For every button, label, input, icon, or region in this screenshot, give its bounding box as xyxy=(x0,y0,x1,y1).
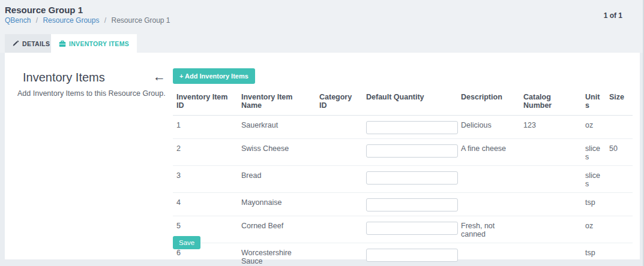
cell-default-quantity xyxy=(366,197,461,211)
cell-description xyxy=(461,170,523,171)
cell-category-id xyxy=(319,220,366,222)
cell-size xyxy=(609,197,628,198)
cell-default-quantity xyxy=(366,143,461,158)
cell-inventory-item-name: Bread xyxy=(241,170,319,180)
cell-units: oz xyxy=(585,119,609,129)
breadcrumb-separator: / xyxy=(36,16,38,25)
back-arrow-icon[interactable]: ← xyxy=(153,71,166,83)
cell-units: tsp xyxy=(585,247,609,257)
cell-size xyxy=(609,119,628,121)
column-header-units: Units xyxy=(585,93,609,110)
panel-description: Add Inventory Items to this Resource Gro… xyxy=(17,89,166,98)
cell-default-quantity xyxy=(366,170,461,185)
cell-default-quantity xyxy=(366,247,461,262)
page-title: Resource Group 1 xyxy=(5,5,83,15)
pagination-indicator: 1 of 1 xyxy=(604,11,622,20)
column-header-inventory-item-id: Inventory Item ID xyxy=(176,93,241,110)
cell-default-quantity xyxy=(366,220,461,235)
resource-group-page: Resource Group 1 QBench / Resource Group… xyxy=(0,0,644,266)
cell-size xyxy=(609,220,628,222)
default-quantity-input[interactable] xyxy=(366,121,458,134)
cell-inventory-item-id: 2 xyxy=(176,143,241,153)
cell-size xyxy=(609,170,628,171)
default-quantity-input[interactable] xyxy=(366,222,458,235)
cell-inventory-item-id: 5 xyxy=(176,220,241,230)
default-quantity-input[interactable] xyxy=(366,249,458,262)
default-quantity-input[interactable] xyxy=(366,144,458,158)
table-row: 2 Swiss Cheese A fine cheese slices 50 xyxy=(173,139,633,166)
cell-units: oz xyxy=(585,220,609,230)
cell-units: slices xyxy=(585,143,609,161)
panel-heading: Inventory Items xyxy=(23,71,105,84)
cell-inventory-item-name: Corned Beef xyxy=(241,220,319,230)
cell-inventory-item-name: Mayonnaise xyxy=(241,197,319,207)
column-header-catalog-number: Catalog Number xyxy=(523,93,585,110)
cell-catalog-number xyxy=(523,197,585,198)
cell-size xyxy=(609,247,628,249)
table-row: 6 Worcestershire Sauce tsp xyxy=(173,243,633,266)
inventory-items-panel: Inventory Items Add Inventory Items to t… xyxy=(5,53,640,259)
breadcrumb-current: Resource Group 1 xyxy=(111,16,170,25)
breadcrumb-link-qbench[interactable]: QBench xyxy=(5,16,31,25)
tab-details-label: DETAILS xyxy=(22,40,50,47)
breadcrumb-link-resource-groups[interactable]: Resource Groups xyxy=(43,16,99,25)
tab-inventory-items-label: INVENTORY ITEMS xyxy=(69,40,129,47)
pencil-icon xyxy=(13,40,19,47)
cell-description: Delicious xyxy=(461,119,523,129)
table-row: 3 Bread slices xyxy=(173,166,633,193)
cell-inventory-item-name: Worcestershire Sauce xyxy=(241,247,319,265)
column-header-default-quantity: Default Quantity xyxy=(366,93,461,101)
column-header-size: Size xyxy=(609,93,628,101)
cell-inventory-item-name: Sauerkraut xyxy=(241,119,319,129)
inventory-items-table: Inventory Item ID Inventory Item Name Ca… xyxy=(173,90,633,266)
table-row: 4 Mayonnaise tsp xyxy=(173,193,633,216)
cell-size: 50 xyxy=(609,143,628,153)
inventory-items-icon xyxy=(59,40,66,47)
breadcrumb: QBench / Resource Groups / Resource Grou… xyxy=(5,16,170,25)
tab-strip: DETAILS INVENTORY ITEMS xyxy=(0,34,644,53)
save-button[interactable]: Save xyxy=(173,236,200,249)
cell-category-id xyxy=(319,197,366,198)
column-header-description: Description xyxy=(461,93,523,101)
cell-description: Fresh, not canned xyxy=(461,220,523,238)
table-row: 5 Corned Beef Fresh, not canned oz xyxy=(173,216,633,243)
cell-catalog-number: 123 xyxy=(523,119,585,129)
tab-inventory-items[interactable]: INVENTORY ITEMS xyxy=(51,34,137,53)
table-row: 1 Sauerkraut Delicious 123 oz xyxy=(173,116,633,139)
column-header-inventory-item-name: Inventory Item Name xyxy=(241,93,319,110)
cell-units: slices xyxy=(585,170,609,188)
cell-catalog-number xyxy=(523,247,585,249)
default-quantity-input[interactable] xyxy=(366,171,458,185)
cell-inventory-item-id: 1 xyxy=(176,119,241,129)
cell-description xyxy=(461,197,523,198)
table-header-row: Inventory Item ID Inventory Item Name Ca… xyxy=(173,90,633,116)
cell-category-id xyxy=(319,119,366,121)
cell-inventory-item-id: 3 xyxy=(176,170,241,180)
column-header-category-id: Category ID xyxy=(319,93,366,110)
cell-category-id xyxy=(319,170,366,171)
default-quantity-input[interactable] xyxy=(366,198,458,211)
cell-catalog-number xyxy=(523,170,585,171)
cell-description: A fine cheese xyxy=(461,143,523,153)
cell-inventory-item-id: 4 xyxy=(176,197,241,207)
tab-details[interactable]: DETAILS xyxy=(5,34,58,53)
cell-catalog-number xyxy=(523,220,585,222)
cell-default-quantity xyxy=(366,119,461,134)
cell-category-id xyxy=(319,247,366,249)
cell-description xyxy=(461,247,523,249)
cell-category-id xyxy=(319,143,366,144)
cell-catalog-number xyxy=(523,143,585,144)
cell-units: tsp xyxy=(585,197,609,207)
add-inventory-items-button[interactable]: + Add Inventory Items xyxy=(173,68,255,84)
page-header: Resource Group 1 QBench / Resource Group… xyxy=(0,0,644,34)
cell-inventory-item-name: Swiss Cheese xyxy=(241,143,319,153)
breadcrumb-separator: / xyxy=(104,16,106,25)
